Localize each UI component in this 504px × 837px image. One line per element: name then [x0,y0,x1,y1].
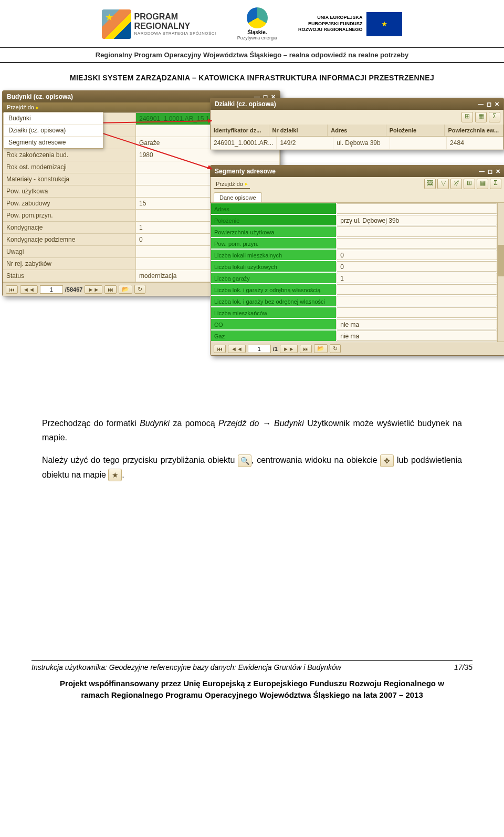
col-powierzchnia[interactable]: Powierzchnia ew... [445,125,503,136]
sum-icon[interactable]: Σ [489,112,500,122]
picture-icon[interactable]: 🖼 [424,179,436,189]
segment-value: 1 [337,273,497,283]
window-segmenty-titlebar[interactable]: Segmenty adresowe — ◻ ✕ [211,166,504,177]
dropdown-item-budynki[interactable]: Budynki [4,112,103,125]
logo-slaskie: Śląskie. Pozytywna energia [237,7,277,40]
form-label: Uwagi [3,246,136,258]
pager-first-icon[interactable]: ⏮ [6,285,18,294]
cell-nr-dzialki: 149/2 [277,137,333,150]
scrollbar-thumb[interactable] [498,245,504,276]
minimize-icon[interactable]: — [478,101,484,108]
chevron-right-icon: ▸ [36,105,39,110]
paragraph-2: Należy użyć do tego przycisku przybliżan… [42,453,462,481]
dropdown-item-segmenty[interactable]: Segmenty adresowe [4,137,103,148]
footer-line-1: Instrukcja użytkownika: Geodezyjne refer… [32,663,472,671]
segment-value: nie ma [337,330,497,341]
export-excel-icon[interactable]: ⊞ [461,112,473,122]
window-dzialki: Działki (cz. opisowa) — ◻ ✕ ⊞ ▦ Σ Identy… [210,98,504,150]
segmenty-przejdz-bar[interactable]: Przejdź do▸ [214,180,250,189]
col-polozenie[interactable]: Położenie [386,125,445,136]
maximize-icon[interactable]: ◻ [487,101,491,108]
segment-label: Liczba garaży [211,272,337,284]
paragraph-1: Przechodząc do formatki Budynki za pomoc… [42,416,462,445]
folder-open-icon[interactable]: 📂 [314,344,328,353]
logo-program-regionalny: PROGRAM REGIONALNY NARODOWA STRATEGIA SP… [102,9,216,39]
segment-label: Gaz [211,330,337,342]
segment-label: Liczba mieszkańców [211,307,337,318]
form-label: Materiały - konstrukcja [3,173,136,185]
form-label: Kondygnacje [3,222,136,234]
dropdown-item-dzialki[interactable]: Działki (cz. opisowa) [4,125,103,137]
sum-icon[interactable]: Σ [490,179,501,189]
form-label: Pow. użytkowa [3,185,136,198]
segmenty-pager: ⏮ ◄◄ /1 ►► ⏭ 📂 ↻ [211,342,504,355]
footer-line-2: Projekt współfinansowany przez Unię Euro… [32,678,472,701]
cell-adres: ul. Dębowa 39b [333,137,390,150]
folder-open-icon[interactable]: 📂 [119,285,132,294]
center-object-icon: ✥ [380,454,394,467]
pager-last-icon[interactable]: ⏭ [104,285,117,294]
close-icon[interactable]: ✕ [495,101,499,108]
form-label: Pow. zabudowy [3,198,136,210]
segment-value: 0 [337,250,497,260]
col-identyfikator[interactable]: Identyfikator dz... [211,125,269,136]
eu-line3: ROZWOJU REGIONALNEGO [298,27,363,33]
cell-powierzchnia: 2484 [447,137,503,150]
pager-next-icon[interactable]: ►► [280,345,298,353]
col-nr-dzialki[interactable]: Nr działki [269,125,328,136]
minimize-icon[interactable]: — [479,168,485,175]
refresh-icon[interactable]: ↻ [330,344,341,353]
grid-icon[interactable]: ▦ [475,112,487,122]
close-icon[interactable]: ✕ [496,168,500,175]
chevron-right-icon: ▸ [245,181,248,187]
window-budynki-title: Budynki (cz. opisowa) [7,93,73,100]
slaskie-text: Śląskie. [247,29,267,35]
window-dzialki-title: Działki (cz. opisowa) [215,100,276,108]
pager-first-icon[interactable]: ⏮ [214,345,226,353]
pager-next-icon[interactable]: ►► [85,285,102,294]
header-logos: PROGRAM REGIONALNY NARODOWA STRATEGIA SP… [0,0,504,45]
segment-value: nie ma [337,319,497,329]
cell-identyfikator: 246901_1.0001.AR... [211,137,277,150]
segment-label: CO [211,318,337,330]
export-excel-icon[interactable]: ⊞ [464,179,475,189]
clear-filter-icon[interactable]: ▽̸ [450,179,462,189]
form-row: Rok zakończenia bud.1980 [3,149,280,161]
window-segmenty: Segmenty adresowe — ◻ ✕ Przejdź do▸ 🖼 ▽ … [210,165,504,356]
form-label: Nr rej. zabytków [3,258,136,270]
tab-dane-opisowe[interactable]: Dane opisowe [214,192,262,202]
maximize-icon[interactable]: ◻ [488,168,492,175]
window-dzialki-titlebar[interactable]: Działki (cz. opisowa) — ◻ ✕ [211,98,503,110]
col-adres[interactable]: Adres [328,125,386,136]
pager-prev-icon[interactable]: ◄◄ [20,285,38,294]
cell-polozenie [390,137,447,150]
dzialki-header-row: Identyfikator dz... Nr działki Adres Poł… [211,125,503,137]
pager-current-input[interactable] [248,345,271,353]
form-label: Rok zakończenia bud. [3,149,136,161]
scrollbar[interactable] [497,203,504,342]
segment-value [337,284,497,295]
eu-line1: UNIA EUROPEJSKA [298,15,363,21]
segment-value: przy ul. Dębowej 39b [337,215,497,225]
logo-eu: UNIA EUROPEJSKA EUROPEJSKI FUNDUSZ ROZWO… [298,12,403,36]
segment-label: Liczba lokali użytkowych [211,261,337,272]
pager-prev-icon[interactable]: ◄◄ [228,345,246,353]
eu-line2: EUROPEJSKI FUNDUSZ [298,21,363,27]
screenshot-composite: Budynki (cz. opisowa) — ◻ ✕ Przejdź do▸ … [2,90,502,395]
refresh-icon[interactable]: ↻ [134,285,145,294]
grid-icon[interactable]: ▦ [477,179,488,189]
segment-label: Pow. pom. przyn. [211,237,337,249]
pager-current-input[interactable] [40,285,63,294]
logo1-line2: REGIONALNY [134,22,216,31]
dzialki-row[interactable]: 246901_1.0001.AR... 149/2 ul. Dębowa 39b… [211,137,503,150]
filter-icon[interactable]: ▽ [437,179,449,189]
highlight-object-icon: ★ [108,469,122,481]
slaskie-icon [247,7,268,28]
form-label: Rok ost. modernizacji [3,161,136,173]
form-label: Pow. pom.przyn. [3,210,136,222]
segment-label: Liczba lok. i garaży bez odrębnej własno… [211,295,337,307]
pager-last-icon[interactable]: ⏭ [300,345,312,353]
przejdz-dropdown[interactable]: Budynki Działki (cz. opisowa) Segmenty a… [4,112,103,149]
form-value: 1980 [135,149,279,161]
form-label: Status [3,270,136,282]
